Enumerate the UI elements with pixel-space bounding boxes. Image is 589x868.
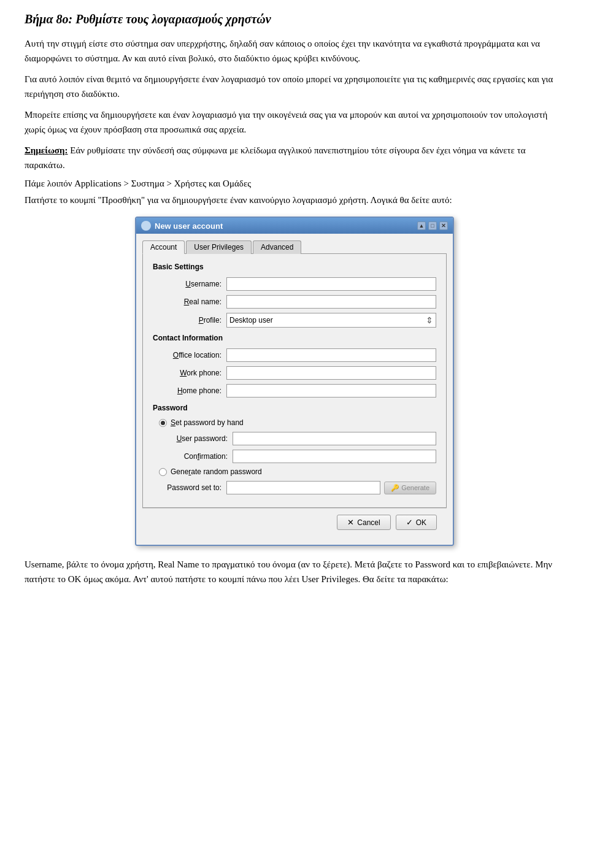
minimize-button[interactable]: ▲ — [417, 221, 426, 230]
titlebar-controls[interactable]: ▲ □ ✕ — [417, 221, 448, 230]
profile-label: Profile: — [153, 316, 226, 325]
tab-account[interactable]: Account — [142, 240, 185, 254]
note-paragraph: Σημείωση: Εάν ρυθμίσατε την σύνδεσή σας … — [25, 143, 564, 172]
confirmation-input[interactable] — [233, 450, 436, 463]
paragraph-3: Μπορείτε επίσης να δημιουργήσετε και ένα… — [25, 107, 564, 137]
username-label: Username: — [153, 280, 226, 288]
homephone-input[interactable] — [226, 384, 436, 398]
workphone-input[interactable] — [226, 366, 436, 380]
note-label: Σημείωση: — [25, 145, 68, 155]
password-set-label: Password set to: — [159, 483, 226, 492]
contact-info-title: Contact Information — [153, 334, 436, 342]
password-set-input[interactable] — [226, 481, 380, 494]
dialog-title-area: New user account — [141, 221, 223, 231]
username-row: Username: — [153, 277, 436, 291]
tabs-row: Account User Privileges Advanced — [142, 240, 447, 253]
user-password-row: User password: — [159, 432, 436, 445]
maximize-button[interactable]: □ — [428, 221, 437, 230]
tab-user-privileges[interactable]: User Privileges — [186, 240, 252, 254]
dialog-body: Account User Privileges Advanced Basic S… — [136, 234, 453, 545]
confirmation-label: Confirmation: — [159, 452, 233, 461]
generate-button[interactable]: 🔑 Generate — [384, 482, 436, 494]
workphone-label: Work phone: — [153, 369, 226, 377]
dialog-titlebar: New user account ▲ □ ✕ — [136, 218, 453, 234]
office-row: Office location: — [153, 348, 436, 362]
user-password-input[interactable] — [233, 432, 436, 445]
generate-password-radio-row: Generate random password — [159, 467, 436, 476]
cancel-button[interactable]: ✕ Cancel — [337, 515, 390, 530]
paragraph-2: Για αυτό λοιπόν είναι θεμιτό να δημιουργ… — [25, 72, 564, 101]
office-input[interactable] — [226, 348, 436, 362]
bottom-paragraph: Username, βάλτε το όνομα χρήστη, Real Na… — [25, 557, 564, 586]
realname-input[interactable] — [226, 295, 436, 309]
office-label: Office location: — [153, 351, 226, 359]
instruction-1: Πάμε λοιπόν Applications > Συστημα > Χρή… — [25, 179, 564, 189]
generate-password-label: Generate random password — [171, 467, 262, 476]
password-title: Password — [153, 404, 436, 412]
confirmation-row: Confirmation: — [159, 450, 436, 463]
paragraph-1: Αυτή την στιγμή είστε στο σύστημα σαν υπ… — [25, 36, 564, 66]
homephone-label: Home phone: — [153, 386, 226, 395]
tab-advanced[interactable]: Advanced — [253, 240, 301, 254]
page-title: Βήμα 8ο: Ρυθμίστε τους λογαριασμούς χρησ… — [25, 12, 564, 26]
ok-label: OK — [416, 518, 426, 527]
instruction-2: Πατήστε το κουμπί "Προσθήκη" για να δημι… — [25, 195, 564, 205]
dialog-container: New user account ▲ □ ✕ Account User Priv… — [25, 217, 564, 546]
tab-content-account: Basic Settings Username: Real name: Prof… — [142, 253, 447, 508]
cancel-icon: ✕ — [347, 518, 354, 527]
generate-icon: 🔑 — [391, 484, 399, 491]
select-arrow-icon: ⇕ — [426, 315, 433, 325]
dialog-window: New user account ▲ □ ✕ Account User Priv… — [135, 217, 454, 546]
cancel-label: Cancel — [357, 518, 380, 527]
dialog-buttons: ✕ Cancel ✓ OK — [142, 508, 447, 539]
ok-icon: ✓ — [406, 518, 413, 527]
ok-button[interactable]: ✓ OK — [396, 515, 437, 530]
set-password-radio[interactable] — [159, 419, 167, 427]
set-password-radio-row: Set password by hand — [159, 418, 436, 427]
close-button[interactable]: ✕ — [439, 221, 448, 230]
dialog-title-text: New user account — [155, 221, 223, 231]
realname-label: Real name: — [153, 298, 226, 306]
workphone-row: Work phone: — [153, 366, 436, 380]
set-password-label: Set password by hand — [171, 418, 244, 427]
homephone-row: Home phone: — [153, 384, 436, 398]
dialog-icon — [141, 221, 151, 231]
profile-select[interactable]: Desktop user ⇕ — [226, 313, 436, 328]
generate-password-radio[interactable] — [159, 468, 167, 476]
profile-row: Profile: Desktop user ⇕ — [153, 313, 436, 328]
password-set-row: Password set to: 🔑 Generate — [159, 481, 436, 494]
basic-settings-title: Basic Settings — [153, 263, 436, 271]
profile-value: Desktop user — [229, 316, 273, 325]
user-password-label: User password: — [159, 434, 233, 443]
realname-row: Real name: — [153, 295, 436, 309]
username-input[interactable] — [226, 277, 436, 291]
